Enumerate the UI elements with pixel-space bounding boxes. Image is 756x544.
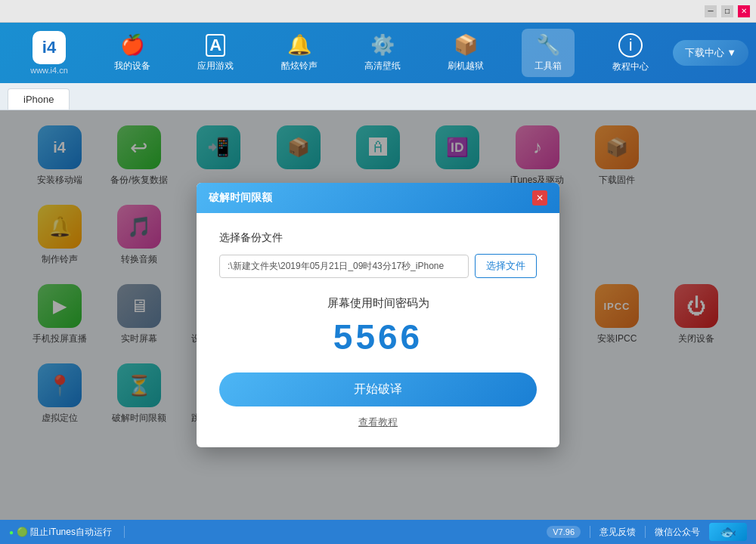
section-label: 选择备份文件 <box>219 231 537 245</box>
nav-label-ringtones: 酷炫铃声 <box>281 60 318 73</box>
select-file-button[interactable]: 选择文件 <box>475 254 537 278</box>
modal-body: 选择备份文件 :\新建文件夹\2019年05月21日_09时43分17秒_iPh… <box>197 213 559 447</box>
result-area: 屏幕使用时间密码为 5566 <box>219 296 537 357</box>
modal: 破解时间限额 ✕ 选择备份文件 :\新建文件夹\2019年05月21日_09时4… <box>197 183 559 447</box>
main-content: i4 安装移动端 ↩ 备份/恢复数据 📲 📦 🅰 🆔 ♪ iTunes及驱动 <box>0 110 756 520</box>
nav-item-tutorials[interactable]: i 教程中心 <box>603 29 658 78</box>
status-right: V7.96 意见反馈 微信公众号 🐟 <box>547 523 747 541</box>
maximize-button[interactable]: □ <box>721 5 733 17</box>
file-row: :\新建文件夹\2019年05月21日_09时43分17秒_iPhone 选择文… <box>219 254 537 278</box>
logo-site: www.i4.cn <box>30 66 68 75</box>
nav-icon-apps: A <box>206 34 225 57</box>
fish-logo: 🐟 <box>709 523 747 541</box>
nav-item-my-device[interactable]: 🍎 我的设备 <box>105 29 160 77</box>
status-sep-2 <box>590 526 590 538</box>
minimize-button[interactable]: ─ <box>705 5 717 17</box>
logo-icon: i4 <box>33 31 66 64</box>
nav-icon-tutorials: i <box>618 33 643 57</box>
file-path-display: :\新建文件夹\2019年05月21日_09时43分17秒_iPhone <box>219 255 469 278</box>
nav-label-my-device: 我的设备 <box>114 60 150 73</box>
nav-item-jailbreak[interactable]: 📦 刷机越狱 <box>438 29 493 77</box>
status-sep-1 <box>124 526 125 538</box>
modal-close-button[interactable]: ✕ <box>532 190 547 206</box>
close-button[interactable]: ✕ <box>738 5 750 17</box>
result-code: 5566 <box>219 317 537 357</box>
itunes-status[interactable]: ● 🟢 阻止iTunes自动运行 <box>9 526 112 539</box>
tab-bar: iPhone <box>0 83 756 110</box>
nav-label-jailbreak: 刷机越狱 <box>448 60 484 73</box>
nav-label-apps: 应用游戏 <box>197 60 234 73</box>
feedback-link[interactable]: 意见反馈 <box>600 526 636 539</box>
wechat-link[interactable]: 微信公众号 <box>655 526 700 539</box>
modal-title: 破解时间限额 <box>209 191 272 205</box>
nav-label-wallpapers: 高清壁纸 <box>364 60 401 73</box>
nav-item-ringtones[interactable]: 🔔 酷炫铃声 <box>272 29 327 77</box>
nav-items: 🍎 我的设备 A 应用游戏 🔔 酷炫铃声 ⚙️ 高清壁纸 📦 刷机越狱 🔧 工具… <box>91 29 673 78</box>
nav-label-toolbox: 工具箱 <box>534 60 562 73</box>
logo: i4 www.i4.cn <box>8 31 91 75</box>
nav-icon-toolbox: 🔧 <box>536 33 560 57</box>
nav-bar: i4 www.i4.cn 🍎 我的设备 A 应用游戏 🔔 酷炫铃声 ⚙️ 高清壁… <box>0 23 756 83</box>
download-button[interactable]: 下载中心 ▼ <box>673 40 748 66</box>
title-bar: ─ □ ✕ <box>0 0 756 23</box>
nav-icon-wallpapers: ⚙️ <box>370 33 395 57</box>
nav-item-wallpapers[interactable]: ⚙️ 高清壁纸 <box>355 29 410 77</box>
nav-icon-ringtones: 🔔 <box>287 33 311 57</box>
status-sep-3 <box>645 526 646 538</box>
modal-header: 破解时间限额 ✕ <box>197 183 559 213</box>
itunes-status-dot: ● <box>9 528 14 536</box>
nav-item-toolbox[interactable]: 🔧 工具箱 <box>522 29 575 77</box>
start-button[interactable]: 开始破译 <box>219 372 537 406</box>
tutorial-link[interactable]: 查看教程 <box>219 416 537 429</box>
itunes-status-label: 🟢 阻止iTunes自动运行 <box>17 526 112 539</box>
nav-item-apps-games[interactable]: A 应用游戏 <box>188 29 243 77</box>
nav-icon-jailbreak: 📦 <box>454 33 478 57</box>
nav-icon-my-device: 🍎 <box>120 33 144 57</box>
version-badge: V7.96 <box>547 526 581 538</box>
modal-overlay: 破解时间限额 ✕ 选择备份文件 :\新建文件夹\2019年05月21日_09时4… <box>0 110 756 520</box>
nav-label-tutorials: 教程中心 <box>612 60 649 73</box>
status-bar: ● 🟢 阻止iTunes自动运行 V7.96 意见反馈 微信公众号 🐟 <box>0 520 756 544</box>
result-label: 屏幕使用时间密码为 <box>219 296 537 311</box>
tab-iphone[interactable]: iPhone <box>8 88 70 110</box>
